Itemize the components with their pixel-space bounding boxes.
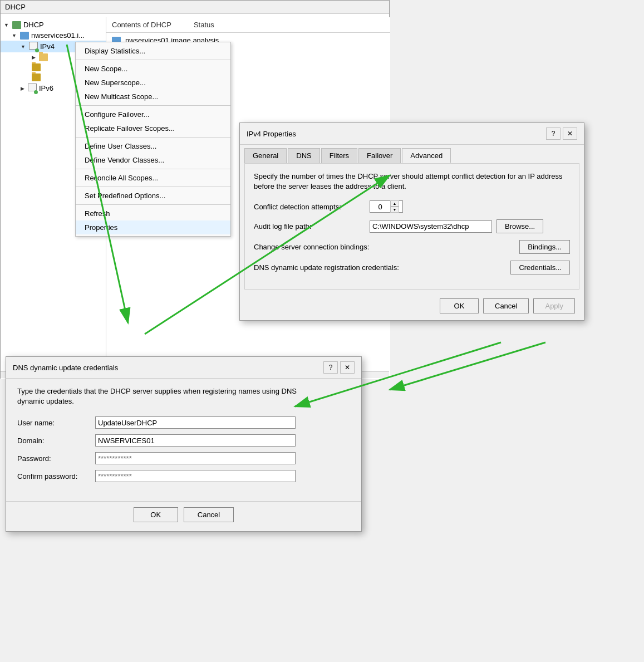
dns-dialog-content: Type the credentials that the DHCP serve…	[6, 379, 361, 496]
password-label: Password:	[17, 454, 90, 463]
tree-item-server[interactable]: ▼ nwservices01.i...	[1, 30, 106, 41]
dialog-titlebar: IPv4 Properties ? ✕	[240, 123, 584, 145]
dns-description: Type the credentials that the DHCP serve…	[17, 386, 323, 406]
tab-dns[interactable]: DNS	[288, 148, 319, 163]
conflict-detection-spinbox[interactable]: ▲ ▼	[370, 200, 403, 213]
audit-log-input[interactable]	[370, 220, 492, 233]
tree-item-dhcp-label: DHCP	[23, 21, 44, 29]
tree-item-ipv6-label: IPv6	[39, 84, 53, 92]
username-label: User name:	[17, 419, 90, 427]
menu-item-reconcile-all[interactable]: Reconcile All Scopes...	[76, 171, 230, 185]
dns-cancel-button[interactable]: Cancel	[184, 507, 234, 522]
ipv4-icon	[29, 42, 38, 51]
username-field: User name:	[17, 416, 350, 429]
mmc-title: DHCP	[5, 3, 26, 11]
dns-help-button[interactable]: ?	[323, 361, 338, 374]
menu-item-display-statistics[interactable]: Display Statistics...	[76, 44, 230, 58]
close-button[interactable]: ✕	[563, 128, 577, 140]
audit-log-field: Audit log file path: Browse...	[254, 219, 570, 233]
audit-log-label: Audit log file path:	[254, 222, 365, 231]
tab-failover[interactable]: Failover	[358, 148, 401, 163]
separator	[76, 105, 230, 106]
conflict-detection-field: Conflict detection attempts: ▲ ▼	[254, 200, 570, 213]
tree-item-dhcp[interactable]: ▼ DHCP	[1, 19, 106, 30]
spinbox-up[interactable]: ▲	[390, 200, 399, 207]
dhcp-icon	[12, 21, 21, 29]
dns-credentials-field: DNS dynamic update registration credenti…	[254, 261, 570, 274]
ipv4-dialog-content: Specify the number of times the DHCP ser…	[244, 163, 579, 290]
confirm-password-input[interactable]	[95, 470, 296, 482]
browse-button[interactable]: Browse...	[496, 219, 543, 233]
spinbox-down[interactable]: ▼	[390, 207, 399, 213]
menu-item-new-superscope[interactable]: New Superscope...	[76, 76, 230, 90]
bindings-label: Change server connection bindings:	[254, 243, 369, 251]
chevron-icon: ▼	[12, 33, 17, 38]
menu-item-configure-failover[interactable]: Configure Failover...	[76, 107, 230, 121]
dns-titlebar-controls: ? ✕	[323, 361, 355, 374]
separator	[76, 187, 230, 187]
menu-item-refresh[interactable]: Refresh	[76, 207, 230, 220]
folder-icon	[32, 73, 41, 81]
folder-icon	[39, 53, 48, 61]
ipv4-dialog-title: IPv4 Properties	[247, 130, 296, 138]
dns-dialog-footer: OK Cancel	[6, 501, 361, 531]
conflict-detection-label: Conflict detection attempts:	[254, 203, 365, 211]
separator	[76, 169, 230, 169]
menu-item-define-vendor-classes[interactable]: Define Vendor Classes...	[76, 153, 230, 167]
tab-general[interactable]: General	[244, 148, 287, 163]
chevron-icon: ▼	[21, 44, 26, 50]
apply-button[interactable]: Apply	[533, 298, 575, 313]
folder-icon	[32, 63, 41, 71]
dialog-footer: OK Cancel Apply	[240, 294, 584, 320]
menu-item-define-user-classes[interactable]: Define User Classes...	[76, 139, 230, 153]
tree-item-server-label: nwservices01.i...	[31, 31, 85, 40]
context-menu: Display Statistics... New Scope... New S…	[75, 42, 231, 237]
conflict-detection-input[interactable]	[370, 203, 390, 211]
tab-advanced[interactable]: Advanced	[402, 148, 451, 163]
dns-dialog-title: DNS dynamic update credentials	[13, 364, 118, 372]
dns-credentials-label: DNS dynamic update registration credenti…	[254, 263, 399, 272]
col-status: Status	[194, 21, 214, 29]
tab-bar: General DNS Filters Failover Advanced	[240, 145, 584, 163]
cancel-button[interactable]: Cancel	[483, 298, 529, 313]
password-input[interactable]	[95, 452, 296, 464]
dns-ok-button[interactable]: OK	[134, 507, 178, 522]
password-field: Password:	[17, 452, 350, 464]
separator	[76, 204, 230, 205]
dns-credentials-dialog: DNS dynamic update credentials ? ✕ Type …	[6, 356, 362, 532]
tab-filters[interactable]: Filters	[321, 148, 357, 163]
separator	[76, 60, 230, 60]
ipv4-properties-dialog: IPv4 Properties ? ✕ General DNS Filters …	[239, 122, 584, 321]
bindings-field: Change server connection bindings: Bindi…	[254, 240, 570, 254]
chevron-icon: ▼	[4, 22, 9, 28]
ipv6-icon	[28, 84, 37, 93]
dns-close-button[interactable]: ✕	[340, 361, 355, 374]
help-button[interactable]: ?	[546, 128, 561, 140]
domain-label: Domain:	[17, 437, 90, 445]
col-contents: Contents of DHCP	[112, 21, 171, 29]
domain-input[interactable]	[95, 434, 296, 447]
menu-item-set-predefined[interactable]: Set Predefined Options...	[76, 189, 230, 203]
credentials-button[interactable]: Credentials...	[510, 261, 570, 274]
bindings-button[interactable]: Bindings...	[519, 240, 570, 254]
separator	[76, 137, 230, 138]
dns-dialog-titlebar: DNS dynamic update credentials ? ✕	[6, 357, 361, 379]
menu-item-properties[interactable]: Properties	[76, 220, 230, 234]
tree-item-ipv4-label: IPv4	[40, 42, 55, 51]
content-header: Contents of DHCP Status	[106, 17, 390, 33]
confirm-password-label: Confirm password:	[17, 472, 90, 480]
spinbox-controls: ▲ ▼	[390, 200, 399, 213]
menu-item-new-multicast-scope[interactable]: New Multicast Scope...	[76, 90, 230, 104]
chevron-right-icon: ▶	[21, 86, 24, 91]
ok-button[interactable]: OK	[440, 298, 479, 313]
chevron-right-icon: ▶	[32, 55, 36, 60]
domain-field: Domain:	[17, 434, 350, 447]
menu-item-replicate-failover[interactable]: Replicate Failover Scopes...	[76, 121, 230, 135]
titlebar-controls: ? ✕	[546, 128, 577, 140]
ipv4-description: Specify the number of times the DHCP ser…	[254, 171, 570, 192]
confirm-password-field: Confirm password:	[17, 470, 350, 482]
mmc-header: DHCP	[1, 1, 389, 14]
menu-item-new-scope[interactable]: New Scope...	[76, 62, 230, 76]
server-icon	[20, 32, 29, 40]
username-input[interactable]	[95, 416, 296, 429]
